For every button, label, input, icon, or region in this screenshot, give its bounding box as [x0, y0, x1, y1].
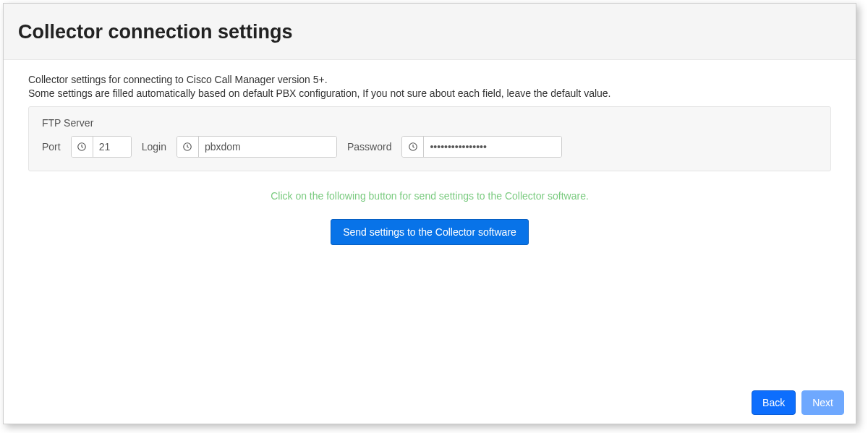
ftp-server-heading: FTP Server [42, 117, 817, 129]
password-input-group [401, 136, 562, 158]
footer-buttons: Back Next [752, 390, 844, 415]
panel-header: Collector connection settings [4, 4, 856, 60]
back-button[interactable]: Back [752, 390, 796, 415]
page-title: Collector connection settings [18, 21, 841, 43]
send-button-row: Send settings to the Collector software [28, 219, 831, 245]
port-input-group [71, 136, 132, 158]
clock-icon [72, 137, 93, 157]
description-line-2: Some settings are filled automatically b… [28, 87, 831, 100]
next-button[interactable]: Next [801, 390, 844, 415]
clock-icon [177, 137, 199, 157]
background-decoration [0, 430, 868, 433]
login-input[interactable] [199, 137, 336, 157]
port-input[interactable] [93, 137, 131, 157]
login-input-group [176, 136, 337, 158]
clock-icon [402, 137, 424, 157]
ftp-server-box: FTP Server Port Login [28, 106, 831, 171]
password-input[interactable] [424, 137, 561, 157]
settings-panel: Collector connection settings Collector … [3, 3, 856, 424]
login-label: Login [142, 141, 166, 153]
send-settings-button[interactable]: Send settings to the Collector software [331, 219, 529, 245]
description: Collector settings for connecting to Cis… [28, 73, 831, 100]
port-label: Port [42, 141, 61, 153]
send-hint: Click on the following button for send s… [28, 190, 831, 202]
ftp-field-row: Port Login Password [42, 136, 817, 158]
password-label: Password [347, 141, 391, 153]
panel-body: Collector settings for connecting to Cis… [4, 60, 856, 424]
description-line-1: Collector settings for connecting to Cis… [28, 73, 831, 87]
